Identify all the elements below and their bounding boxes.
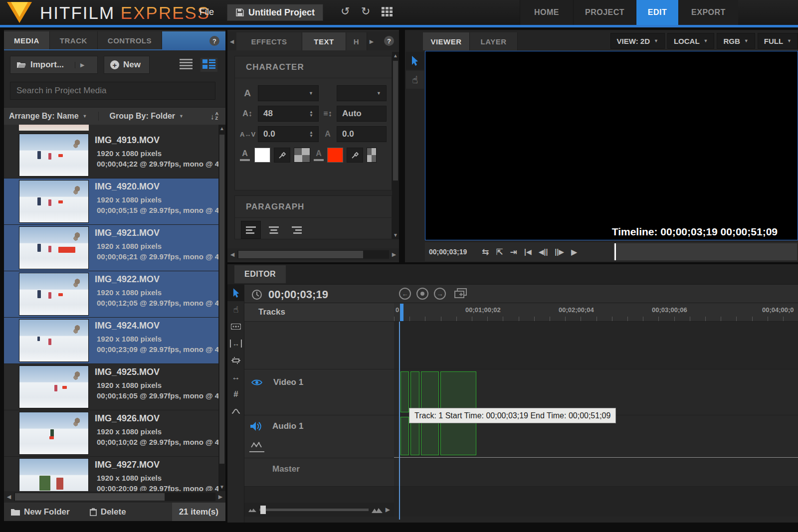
align-left-button[interactable] bbox=[241, 221, 261, 239]
eye-visibility-icon[interactable] bbox=[251, 379, 262, 386]
next-keyframe-button[interactable]: → bbox=[434, 288, 446, 300]
channels-dropdown[interactable]: RGB▼ bbox=[717, 33, 755, 49]
seek-playhead[interactable] bbox=[614, 243, 616, 260]
slide-tool[interactable]: ↔ bbox=[227, 369, 244, 386]
space-dropdown[interactable]: LOCAL▼ bbox=[667, 33, 715, 49]
media-list-item[interactable]: IMG_4926.MOV 1920 x 1080 pixels 00;00;10… bbox=[4, 410, 218, 457]
viewer-seek-bar[interactable] bbox=[613, 243, 797, 260]
project-button[interactable]: Untitled Project bbox=[227, 4, 323, 21]
audio-track-name[interactable]: Audio 1 bbox=[272, 421, 303, 431]
insert-frames-icon[interactable] bbox=[454, 288, 467, 299]
tab-text[interactable]: TEXT bbox=[302, 32, 346, 50]
tab-export[interactable]: EXPORT bbox=[678, 0, 738, 25]
video-clip[interactable] bbox=[421, 371, 439, 412]
tab-scroll-left-icon[interactable]: ◀ bbox=[227, 32, 236, 50]
play-button[interactable]: ▶ bbox=[571, 247, 577, 257]
outline-eyedropper-button[interactable] bbox=[347, 148, 363, 163]
media-list-item[interactable]: IMG_4927.MOV 1920 x 1080 pixels 00;00;20… bbox=[4, 457, 218, 491]
scroll-thumb[interactable] bbox=[219, 135, 224, 464]
font-style-dropdown[interactable]: ▼ bbox=[337, 85, 387, 101]
playhead-marker[interactable] bbox=[400, 304, 403, 321]
tracking-field[interactable]: 0.0 bbox=[337, 126, 387, 142]
import-more-arrow[interactable]: ▶ bbox=[75, 62, 84, 68]
previous-frame-button[interactable]: ◀|| bbox=[539, 248, 548, 256]
make-composite-shot-button[interactable] bbox=[227, 529, 244, 532]
quality-dropdown[interactable]: FULL▼ bbox=[758, 33, 798, 49]
font-size-field[interactable]: 48 ▲▼ bbox=[258, 106, 319, 122]
scroll-up-icon[interactable]: ▲ bbox=[218, 125, 225, 133]
viewer-timecode[interactable]: 00;00;03;19 bbox=[429, 248, 467, 256]
tab-track[interactable]: TRACK bbox=[50, 31, 98, 49]
scroll-right-icon[interactable]: ▶ bbox=[386, 506, 390, 513]
video-clip[interactable] bbox=[440, 371, 476, 412]
delete-button[interactable]: Delete bbox=[90, 507, 126, 517]
select-tool[interactable] bbox=[227, 284, 244, 301]
media-list-item[interactable]: IMG_4921.MOV 1920 x 1080 pixels 00;00;06… bbox=[4, 225, 218, 271]
list-view-button[interactable] bbox=[180, 59, 193, 70]
tab-edit[interactable]: EDIT bbox=[636, 0, 678, 25]
zoom-slider-handle[interactable] bbox=[260, 506, 266, 514]
speaker-audio-icon[interactable] bbox=[250, 422, 261, 431]
media-list-item[interactable]: IMG_4920.MOV 1920 x 1080 pixels 00;00;05… bbox=[4, 178, 218, 225]
undo-button[interactable]: ↺ bbox=[341, 5, 350, 18]
outline-gradient-button[interactable] bbox=[367, 148, 377, 163]
fill-gradient-button[interactable] bbox=[294, 148, 310, 163]
video-clip[interactable] bbox=[400, 371, 409, 412]
viewer-hand-tool[interactable]: ☝ bbox=[406, 71, 424, 89]
workspaces-grid-icon[interactable] bbox=[382, 7, 394, 18]
viewer-select-tool[interactable] bbox=[406, 52, 424, 70]
tab-editor[interactable]: EDITOR bbox=[234, 265, 286, 283]
slice-tool[interactable] bbox=[227, 318, 244, 335]
audio-clip[interactable] bbox=[400, 417, 409, 455]
view-mode-dropdown[interactable]: VIEW: 2D▼ bbox=[610, 33, 665, 49]
scroll-down-icon[interactable]: ▼ bbox=[218, 483, 225, 491]
editor-timecode[interactable]: 00;00;03;19 bbox=[268, 288, 328, 301]
arrange-by-dropdown[interactable]: Arrange By: Name bbox=[9, 112, 79, 121]
stepper-icon[interactable]: ▲▼ bbox=[309, 131, 313, 138]
audio-waveform-toggle[interactable] bbox=[249, 439, 264, 452]
curve-tool[interactable] bbox=[227, 403, 244, 420]
sort-az-button[interactable]: ↓ AZ bbox=[210, 112, 218, 121]
tab-scroll-right-icon[interactable]: ▶ bbox=[367, 32, 376, 50]
tab-history-partial[interactable]: H bbox=[346, 32, 367, 50]
help-icon[interactable]: ? bbox=[384, 36, 394, 46]
rate-stretch-tool[interactable]: # bbox=[227, 386, 244, 403]
media-horizontal-scrollbar[interactable]: ◀ ▶ bbox=[4, 491, 225, 503]
tab-layer[interactable]: LAYER bbox=[470, 32, 518, 50]
scroll-right-icon[interactable]: ▶ bbox=[215, 494, 225, 500]
tab-controls[interactable]: CONTROLS bbox=[98, 31, 162, 49]
master-lane[interactable] bbox=[394, 458, 798, 487]
scroll-thumb[interactable] bbox=[238, 251, 363, 258]
video-clip[interactable] bbox=[410, 371, 419, 412]
tab-project[interactable]: PROJECT bbox=[573, 0, 636, 25]
redo-button[interactable]: ↻ bbox=[361, 5, 370, 18]
search-input[interactable] bbox=[10, 82, 215, 100]
scroll-thumb[interactable] bbox=[15, 493, 165, 501]
go-to-start-button[interactable]: |◀ bbox=[524, 248, 532, 256]
scroll-thumb[interactable] bbox=[393, 61, 398, 180]
text-horizontal-scrollbar[interactable]: ◀ ▶ bbox=[227, 248, 399, 260]
stepper-icon[interactable]: ▲▼ bbox=[309, 110, 313, 117]
viewer-canvas[interactable]: Timeline: 00;00;03;19 00;00;51;09 bbox=[425, 51, 798, 240]
tab-home[interactable]: HOME bbox=[520, 0, 573, 25]
file-menu[interactable]: File bbox=[200, 7, 214, 17]
add-keyframe-button[interactable] bbox=[416, 288, 428, 300]
scroll-left-icon[interactable]: ◀ bbox=[4, 494, 14, 500]
outline-color-swatch[interactable] bbox=[327, 148, 343, 163]
new-button[interactable]: + New bbox=[104, 56, 150, 74]
scroll-left-icon[interactable]: ◀ bbox=[227, 251, 237, 258]
trim-tool[interactable]: ↔ bbox=[227, 335, 244, 352]
group-by-dropdown[interactable]: Group By: Folder bbox=[98, 112, 176, 121]
scroll-down-icon[interactable]: ▼ bbox=[392, 231, 399, 239]
video-track-name[interactable]: Video 1 bbox=[273, 377, 303, 387]
empty-lane[interactable] bbox=[394, 322, 798, 369]
next-frame-button[interactable]: ||▶ bbox=[555, 248, 564, 256]
zoom-slider[interactable] bbox=[259, 509, 369, 511]
previous-keyframe-button[interactable]: ← bbox=[399, 288, 411, 300]
zoom-in-mountains-icon[interactable] bbox=[372, 507, 383, 513]
media-list-item[interactable]: IMG_4924.MOV 1920 x 1080 pixels 00;00;23… bbox=[4, 318, 218, 364]
loop-playback-icon[interactable]: ⇆ bbox=[482, 247, 489, 257]
timeline-playhead-line[interactable] bbox=[399, 322, 400, 520]
new-folder-button[interactable]: New Folder bbox=[11, 507, 70, 517]
hand-tool[interactable]: ☝ bbox=[227, 301, 244, 318]
